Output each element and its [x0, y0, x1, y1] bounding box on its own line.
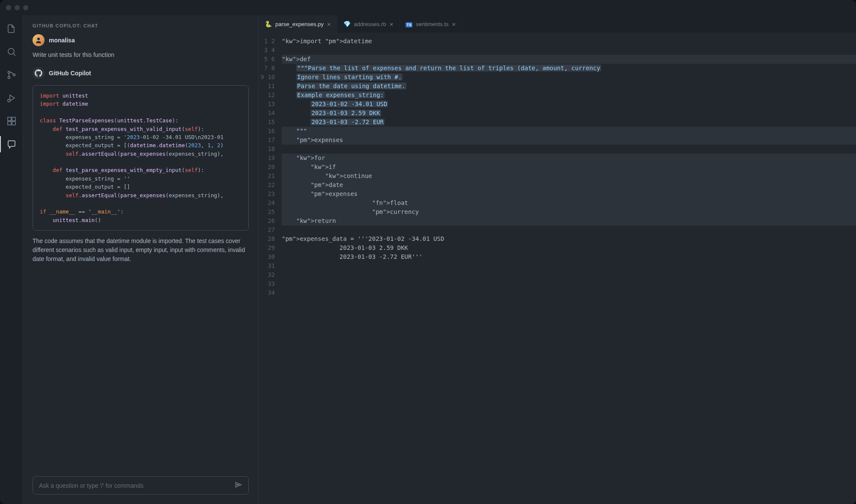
- copilot-chat-icon[interactable]: [6, 139, 17, 150]
- copilot-avatar: [33, 67, 45, 79]
- main-area: GITHUB COPILOT: CHAT monalisa Write unit…: [0, 15, 856, 504]
- close-window-button[interactable]: [6, 5, 11, 10]
- minimize-window-button[interactable]: [15, 5, 20, 10]
- explorer-icon[interactable]: [6, 23, 17, 34]
- chat-text-input[interactable]: [39, 482, 235, 489]
- svg-rect-6: [12, 117, 15, 121]
- svg-point-4: [8, 99, 10, 102]
- tab-sentiments-ts[interactable]: TSsentiments.ts×: [400, 15, 462, 33]
- code-editor[interactable]: 1 2 3 4 5 6 7 8 9 10 11 12 13 14 15 16 1…: [259, 33, 856, 504]
- titlebar: [0, 0, 856, 15]
- svg-point-1: [8, 71, 10, 74]
- search-icon[interactable]: [6, 46, 17, 57]
- run-debug-icon[interactable]: [6, 92, 17, 104]
- file-icon: 🐍: [265, 21, 272, 27]
- tab-parse_expenses-py[interactable]: 🐍parse_expenses.py×: [259, 15, 337, 33]
- svg-point-2: [8, 77, 10, 79]
- close-icon[interactable]: ×: [452, 21, 456, 28]
- user-prompt: Write unit tests for this function: [33, 50, 249, 59]
- send-icon[interactable]: [235, 481, 242, 490]
- editor-tabs: 🐍parse_expenses.py×💎addresses.rb×TSsenti…: [259, 15, 856, 33]
- line-gutter: 1 2 3 4 5 6 7 8 9 10 11 12 13 14 15 16 1…: [259, 37, 282, 504]
- tab-label: addresses.rb: [354, 21, 386, 27]
- source-control-icon[interactable]: [6, 69, 17, 80]
- chat-header: GITHUB COPILOT: CHAT: [23, 15, 258, 34]
- svg-point-9: [37, 38, 40, 40]
- assistant-explanation: The code assumes that the datetime modul…: [33, 237, 249, 264]
- chat-input-container: [23, 469, 258, 504]
- chat-body: monalisa Write unit tests for this funct…: [23, 34, 258, 469]
- activity-bar: [0, 15, 23, 504]
- svg-rect-8: [12, 122, 15, 125]
- assistant-message: GitHub Copilot import unittest import da…: [33, 67, 249, 264]
- svg-rect-5: [8, 117, 11, 121]
- close-icon[interactable]: ×: [327, 21, 331, 28]
- chat-input[interactable]: [33, 476, 249, 495]
- tab-label: sentiments.ts: [416, 21, 449, 27]
- assistant-name: GitHub Copilot: [49, 70, 91, 77]
- close-icon[interactable]: ×: [390, 21, 394, 28]
- svg-point-0: [8, 48, 14, 54]
- file-icon: 💎: [343, 21, 351, 27]
- user-name: monalisa: [49, 37, 75, 44]
- maximize-window-button[interactable]: [23, 5, 28, 10]
- editor-area: 🐍parse_expenses.py×💎addresses.rb×TSsenti…: [259, 15, 856, 504]
- chat-panel: GITHUB COPILOT: CHAT monalisa Write unit…: [23, 15, 259, 504]
- app-window: GITHUB COPILOT: CHAT monalisa Write unit…: [0, 0, 856, 504]
- svg-point-3: [13, 74, 15, 76]
- file-icon: TS: [406, 21, 412, 27]
- svg-rect-7: [8, 122, 11, 125]
- code-response: import unittest import datetime class Te…: [33, 85, 249, 231]
- tab-addresses-rb[interactable]: 💎addresses.rb×: [337, 15, 400, 33]
- tab-label: parse_expenses.py: [275, 21, 324, 27]
- user-avatar: [33, 34, 45, 46]
- user-message: monalisa Write unit tests for this funct…: [33, 34, 249, 59]
- code-content[interactable]: "kw">import "pm">datetime "kw">def "fn">…: [282, 37, 856, 504]
- extensions-icon[interactable]: [6, 116, 17, 127]
